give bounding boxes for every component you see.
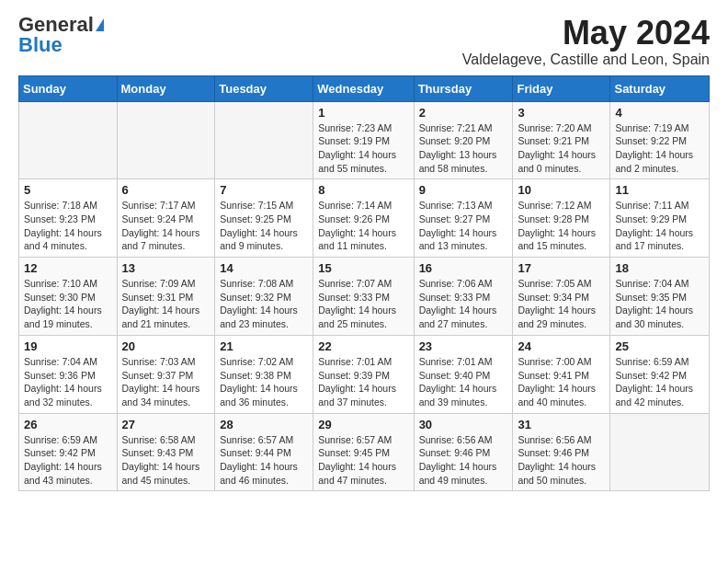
calendar-cell: 6Sunrise: 7:17 AM Sunset: 9:24 PM Daylig… bbox=[117, 179, 215, 258]
day-info: Sunrise: 7:17 AM Sunset: 9:24 PM Dayligh… bbox=[122, 199, 210, 253]
weekday-header-friday: Friday bbox=[513, 75, 610, 101]
day-info: Sunrise: 7:04 AM Sunset: 9:36 PM Dayligh… bbox=[24, 355, 112, 409]
day-info: Sunrise: 7:10 AM Sunset: 9:30 PM Dayligh… bbox=[24, 277, 112, 331]
calendar-cell: 27Sunrise: 6:58 AM Sunset: 9:43 PM Dayli… bbox=[117, 413, 215, 491]
day-number: 11 bbox=[615, 183, 704, 197]
calendar-cell bbox=[215, 101, 313, 179]
weekday-header-tuesday: Tuesday bbox=[215, 75, 313, 101]
day-info: Sunrise: 7:02 AM Sunset: 9:38 PM Dayligh… bbox=[220, 355, 308, 409]
calendar-cell: 17Sunrise: 7:05 AM Sunset: 9:34 PM Dayli… bbox=[513, 258, 610, 336]
day-info: Sunrise: 6:56 AM Sunset: 9:46 PM Dayligh… bbox=[419, 433, 508, 488]
day-number: 8 bbox=[318, 183, 408, 197]
day-info: Sunrise: 7:14 AM Sunset: 9:26 PM Dayligh… bbox=[318, 199, 408, 253]
calendar-week-row: 1Sunrise: 7:23 AM Sunset: 9:19 PM Daylig… bbox=[19, 101, 710, 179]
calendar-cell: 30Sunrise: 6:56 AM Sunset: 9:46 PM Dayli… bbox=[414, 413, 513, 491]
calendar-header: SundayMondayTuesdayWednesdayThursdayFrid… bbox=[19, 75, 710, 101]
day-number: 22 bbox=[318, 339, 408, 353]
calendar-cell: 13Sunrise: 7:09 AM Sunset: 9:31 PM Dayli… bbox=[117, 258, 215, 336]
day-info: Sunrise: 7:07 AM Sunset: 9:33 PM Dayligh… bbox=[318, 277, 408, 331]
calendar-cell: 18Sunrise: 7:04 AM Sunset: 9:35 PM Dayli… bbox=[610, 258, 710, 336]
day-number: 21 bbox=[220, 339, 308, 353]
day-info: Sunrise: 6:59 AM Sunset: 9:42 PM Dayligh… bbox=[615, 355, 704, 409]
day-info: Sunrise: 7:18 AM Sunset: 9:23 PM Dayligh… bbox=[24, 199, 112, 253]
calendar-body: 1Sunrise: 7:23 AM Sunset: 9:19 PM Daylig… bbox=[19, 101, 710, 491]
logo: General Blue bbox=[18, 15, 104, 55]
calendar-cell: 19Sunrise: 7:04 AM Sunset: 9:36 PM Dayli… bbox=[19, 335, 118, 413]
weekday-header-wednesday: Wednesday bbox=[313, 75, 414, 101]
day-info: Sunrise: 7:21 AM Sunset: 9:20 PM Dayligh… bbox=[419, 121, 508, 176]
day-info: Sunrise: 7:05 AM Sunset: 9:34 PM Dayligh… bbox=[518, 277, 605, 331]
calendar-cell bbox=[117, 101, 215, 179]
calendar-cell: 9Sunrise: 7:13 AM Sunset: 9:27 PM Daylig… bbox=[414, 179, 513, 258]
day-number: 18 bbox=[615, 261, 704, 275]
day-number: 3 bbox=[518, 106, 605, 120]
calendar-cell: 28Sunrise: 6:57 AM Sunset: 9:44 PM Dayli… bbox=[215, 413, 313, 491]
day-info: Sunrise: 7:15 AM Sunset: 9:25 PM Dayligh… bbox=[220, 199, 308, 253]
day-number: 25 bbox=[615, 339, 704, 353]
day-number: 28 bbox=[220, 418, 308, 431]
day-number: 9 bbox=[419, 183, 508, 197]
weekday-header-saturday: Saturday bbox=[610, 75, 710, 101]
day-number: 31 bbox=[518, 418, 605, 431]
day-number: 15 bbox=[318, 261, 408, 275]
day-info: Sunrise: 7:00 AM Sunset: 9:41 PM Dayligh… bbox=[518, 355, 605, 409]
day-number: 24 bbox=[518, 339, 605, 353]
day-number: 6 bbox=[122, 183, 210, 197]
calendar-title: May 2024 bbox=[462, 15, 710, 52]
day-number: 19 bbox=[24, 339, 112, 353]
weekday-header-row: SundayMondayTuesdayWednesdayThursdayFrid… bbox=[19, 75, 710, 101]
calendar-cell: 4Sunrise: 7:19 AM Sunset: 9:22 PM Daylig… bbox=[610, 101, 710, 179]
logo-triangle-icon bbox=[96, 18, 104, 31]
day-number: 5 bbox=[24, 183, 112, 197]
day-number: 16 bbox=[419, 261, 508, 275]
weekday-header-sunday: Sunday bbox=[19, 75, 118, 101]
calendar-cell: 31Sunrise: 6:56 AM Sunset: 9:46 PM Dayli… bbox=[513, 413, 610, 491]
day-info: Sunrise: 6:57 AM Sunset: 9:45 PM Dayligh… bbox=[318, 433, 408, 488]
day-number: 26 bbox=[24, 418, 112, 431]
logo-general-text: General bbox=[18, 15, 94, 35]
day-number: 27 bbox=[122, 418, 210, 431]
day-number: 20 bbox=[122, 339, 210, 353]
day-info: Sunrise: 6:56 AM Sunset: 9:46 PM Dayligh… bbox=[518, 433, 605, 488]
day-number: 23 bbox=[419, 339, 508, 353]
day-info: Sunrise: 7:23 AM Sunset: 9:19 PM Dayligh… bbox=[318, 121, 408, 176]
calendar-cell: 26Sunrise: 6:59 AM Sunset: 9:42 PM Dayli… bbox=[19, 413, 118, 491]
day-number: 1 bbox=[318, 106, 408, 120]
calendar-cell: 20Sunrise: 7:03 AM Sunset: 9:37 PM Dayli… bbox=[117, 335, 215, 413]
calendar-cell: 15Sunrise: 7:07 AM Sunset: 9:33 PM Dayli… bbox=[313, 258, 414, 336]
calendar-cell: 14Sunrise: 7:08 AM Sunset: 9:32 PM Dayli… bbox=[215, 258, 313, 336]
day-info: Sunrise: 7:08 AM Sunset: 9:32 PM Dayligh… bbox=[220, 277, 308, 331]
title-block: May 2024 Valdelageve, Castille and Leon,… bbox=[462, 15, 710, 68]
calendar-cell bbox=[610, 413, 710, 491]
day-number: 29 bbox=[318, 418, 408, 431]
day-info: Sunrise: 7:13 AM Sunset: 9:27 PM Dayligh… bbox=[419, 199, 508, 253]
calendar-week-row: 26Sunrise: 6:59 AM Sunset: 9:42 PM Dayli… bbox=[19, 413, 710, 491]
day-number: 10 bbox=[518, 183, 605, 197]
day-number: 2 bbox=[419, 106, 508, 120]
day-info: Sunrise: 7:20 AM Sunset: 9:21 PM Dayligh… bbox=[518, 121, 605, 176]
weekday-header-thursday: Thursday bbox=[414, 75, 513, 101]
calendar-cell: 23Sunrise: 7:01 AM Sunset: 9:40 PM Dayli… bbox=[414, 335, 513, 413]
calendar-cell: 22Sunrise: 7:01 AM Sunset: 9:39 PM Dayli… bbox=[313, 335, 414, 413]
logo-blue-text: Blue bbox=[18, 35, 63, 55]
calendar-table: SundayMondayTuesdayWednesdayThursdayFrid… bbox=[18, 75, 710, 492]
calendar-cell: 25Sunrise: 6:59 AM Sunset: 9:42 PM Dayli… bbox=[610, 335, 710, 413]
day-number: 13 bbox=[122, 261, 210, 275]
calendar-week-row: 12Sunrise: 7:10 AM Sunset: 9:30 PM Dayli… bbox=[19, 258, 710, 336]
day-number: 12 bbox=[24, 261, 112, 275]
day-info: Sunrise: 7:11 AM Sunset: 9:29 PM Dayligh… bbox=[615, 199, 704, 253]
day-info: Sunrise: 6:58 AM Sunset: 9:43 PM Dayligh… bbox=[122, 433, 210, 488]
day-number: 4 bbox=[615, 106, 704, 120]
calendar-cell: 21Sunrise: 7:02 AM Sunset: 9:38 PM Dayli… bbox=[215, 335, 313, 413]
calendar-cell: 3Sunrise: 7:20 AM Sunset: 9:21 PM Daylig… bbox=[513, 101, 610, 179]
calendar-cell: 24Sunrise: 7:00 AM Sunset: 9:41 PM Dayli… bbox=[513, 335, 610, 413]
day-info: Sunrise: 7:04 AM Sunset: 9:35 PM Dayligh… bbox=[615, 277, 704, 331]
day-info: Sunrise: 7:12 AM Sunset: 9:28 PM Dayligh… bbox=[518, 199, 605, 253]
calendar-location: Valdelageve, Castille and Leon, Spain bbox=[462, 52, 710, 68]
calendar-week-row: 19Sunrise: 7:04 AM Sunset: 9:36 PM Dayli… bbox=[19, 335, 710, 413]
calendar-cell: 8Sunrise: 7:14 AM Sunset: 9:26 PM Daylig… bbox=[313, 179, 414, 258]
day-info: Sunrise: 7:09 AM Sunset: 9:31 PM Dayligh… bbox=[122, 277, 210, 331]
day-info: Sunrise: 6:59 AM Sunset: 9:42 PM Dayligh… bbox=[24, 433, 112, 488]
day-info: Sunrise: 7:03 AM Sunset: 9:37 PM Dayligh… bbox=[122, 355, 210, 409]
calendar-cell: 7Sunrise: 7:15 AM Sunset: 9:25 PM Daylig… bbox=[215, 179, 313, 258]
